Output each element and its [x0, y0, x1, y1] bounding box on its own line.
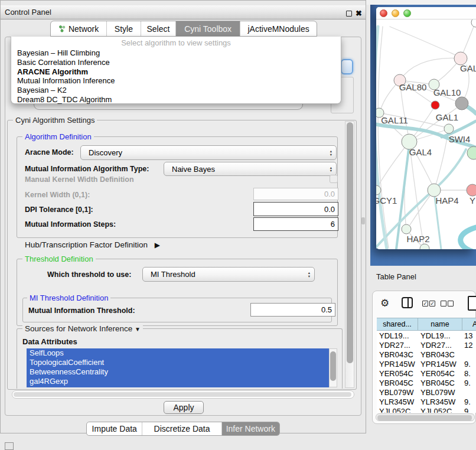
deselect-all-icon[interactable]	[441, 301, 454, 306]
network-node[interactable]	[431, 101, 439, 109]
algorithm-option[interactable]: Dream8 DC_TDC Algorithm	[11, 95, 341, 105]
page-icon[interactable]	[468, 296, 476, 311]
mi-steps-input[interactable]: 6	[253, 217, 338, 231]
tab-discretize-data-label: Discretize Data	[154, 424, 210, 433]
table-row[interactable]: YDR27...YDR27...12	[377, 340, 476, 350]
hub-definition-label: Hub/Transcription Factor Definition	[25, 240, 148, 249]
network-node-hap4[interactable]	[428, 184, 441, 197]
table-row[interactable]: YBR045CYBR045C9.	[377, 378, 476, 387]
panel-splitter-handle[interactable]	[361, 217, 365, 224]
algorithm-option[interactable]: Bayesian – K2	[11, 86, 341, 95]
table-row[interactable]: YER054CYER054C8.	[377, 369, 476, 378]
aracne-mode-combo[interactable]: Discovery ▴▾	[80, 145, 337, 160]
network-node-swi4[interactable]	[467, 146, 476, 159]
network-edge[interactable]	[461, 227, 476, 249]
manual-kernel-checkbox[interactable]	[330, 175, 338, 183]
table-cell: YBR043C	[377, 350, 418, 359]
node-label: GAL	[460, 63, 476, 73]
settings-scrollbar-track[interactable]	[345, 121, 354, 388]
restore-icon[interactable]	[346, 11, 352, 17]
attribute-list-item[interactable]: gal4RGexp	[27, 377, 329, 386]
focused-combo-stepper-partial[interactable]	[341, 59, 353, 74]
algorithm-option[interactable]: Basic Correlation Inference	[11, 58, 341, 67]
gear-icon[interactable]: ⚙	[380, 298, 389, 308]
attribute-list-item[interactable]: TopologicalCoefficient	[27, 358, 329, 367]
table-row[interactable]: YJL052CYJL052C9.	[377, 406, 476, 413]
minimize-light[interactable]	[392, 9, 399, 17]
table-hscrollbar-track[interactable]	[376, 413, 475, 421]
hub-definition-toggle[interactable]: Hub/Transcription Factor Definition ▶	[25, 240, 160, 249]
table-header: shared... name A	[377, 318, 476, 331]
split-column-icon[interactable]	[402, 297, 413, 308]
tab-select[interactable]: Select	[141, 21, 176, 36]
attributes-scrollbar-track[interactable]	[329, 348, 337, 387]
table-panel-title: Table Panel	[376, 272, 416, 281]
sources-legend[interactable]: Sources for Network Inference ▼	[22, 324, 143, 333]
table-row[interactable]: YPR145WYPR145W9.	[377, 359, 476, 369]
data-attributes-label: Data Attributes	[22, 337, 77, 346]
attributes-scrollbar-thumb[interactable]	[330, 351, 336, 381]
tab-cyni-toolbox[interactable]: Cyni Toolbox	[176, 21, 240, 36]
tab-discretize-data[interactable]: Discretize Data	[142, 422, 221, 435]
algorithm-option[interactable]: Mutual Information Inference	[11, 76, 341, 86]
network-edge[interactable]	[376, 27, 387, 249]
which-threshold-combo[interactable]: MI Threshold ▴▾	[142, 267, 315, 282]
select-all-icon[interactable]: ✓✓	[422, 301, 435, 306]
column-header-shared-name[interactable]: shared...	[377, 318, 418, 330]
network-node[interactable]	[471, 19, 476, 27]
settings-hscrollbar-track[interactable]	[12, 390, 354, 399]
settings-scrollbar-thumb[interactable]	[347, 122, 353, 363]
bottom-tabbar: Impute Data Discretize Data Infer Networ…	[86, 422, 280, 436]
attribute-list-item[interactable]: BetweennessCentrality	[27, 367, 329, 377]
network-node-gal1[interactable]	[444, 124, 454, 133]
float-panel-icon[interactable]	[5, 442, 14, 450]
tab-jactivemnodules[interactable]: jActiveMNodules	[240, 21, 317, 36]
dpi-tolerance-value: 0.0	[324, 205, 335, 214]
tab-network[interactable]: Network	[51, 21, 107, 36]
network-desktop: GALGAL80GAL10GAL1GAL11SWI4GAL4GCY1HAP4YH…	[370, 5, 476, 266]
mi-algorithm-type-value: Naive Bayes	[172, 165, 215, 174]
kernel-width-label: Kernel Width (0,1):	[25, 191, 90, 199]
mi-algorithm-type-combo[interactable]: Naive Bayes ▴▾	[164, 162, 337, 176]
network-edge[interactable]	[390, 27, 455, 55]
apply-button[interactable]: Apply	[164, 401, 204, 414]
table-row[interactable]: YLR345WYLR345W9.	[377, 397, 476, 406]
network-window-titlebar[interactable]	[376, 7, 476, 19]
node-label: HAP4	[435, 195, 458, 206]
mi-threshold-label: Mutual Information Threshold:	[28, 306, 135, 315]
dpi-tolerance-input[interactable]: 0.0	[253, 202, 338, 216]
column-header-partial[interactable]: A	[462, 318, 476, 330]
tab-style[interactable]: Style	[107, 21, 141, 36]
control-panel-titlebar[interactable]	[1, 5, 366, 19]
combo-stepper-icon: ▴▾	[330, 146, 332, 159]
network-node[interactable]	[420, 244, 429, 249]
close-light[interactable]	[380, 9, 387, 17]
algorithm-option[interactable]: ARACNE Algorithm	[11, 67, 341, 77]
network-canvas[interactable]: GALGAL80GAL10GAL1GAL11SWI4GAL4GCY1HAP4YH…	[376, 19, 476, 249]
table-row[interactable]: YBL079WYBL079W	[377, 387, 476, 397]
network-window[interactable]: GALGAL80GAL10GAL1GAL11SWI4GAL4GCY1HAP4YH…	[376, 7, 476, 249]
table-row[interactable]: YDL19...YDL19...13	[377, 331, 476, 340]
mi-threshold-input[interactable]: 0.5	[250, 303, 335, 317]
table-hscrollbar-thumb[interactable]	[377, 415, 472, 420]
algorithm-option[interactable]: Bayesian – Hill Climbing	[11, 48, 341, 58]
table-cell: 9.	[462, 379, 476, 387]
mi-steps-label: Mutual Information Steps:	[25, 220, 116, 229]
network-node-hap2[interactable]	[402, 224, 411, 234]
network-node-y[interactable]	[467, 184, 476, 196]
column-header-name[interactable]: name	[418, 318, 462, 330]
tab-infer-network[interactable]: Infer Network	[222, 422, 279, 435]
apply-button-label: Apply	[173, 403, 194, 412]
network-edge[interactable]	[378, 27, 389, 248]
data-attributes-list[interactable]: SelfLoopsTopologicalCoefficientBetweenne…	[27, 348, 329, 387]
tab-impute-data[interactable]: Impute Data	[87, 422, 142, 435]
close-icon[interactable]: ✖	[356, 9, 362, 17]
settings-hscrollbar-thumb[interactable]	[14, 392, 351, 397]
table-cell: YPR145W	[377, 360, 418, 369]
kernel-width-input[interactable]: 0.0	[253, 188, 338, 200]
table-body[interactable]: YDL19...YDL19...13YDR27...YDR27...12YBR0…	[377, 331, 476, 413]
attribute-list-item[interactable]: SelfLoops	[27, 348, 329, 358]
table-row[interactable]: YBR043CYBR043C	[377, 350, 476, 359]
network-node[interactable]	[455, 97, 468, 110]
zoom-light[interactable]	[403, 9, 411, 17]
